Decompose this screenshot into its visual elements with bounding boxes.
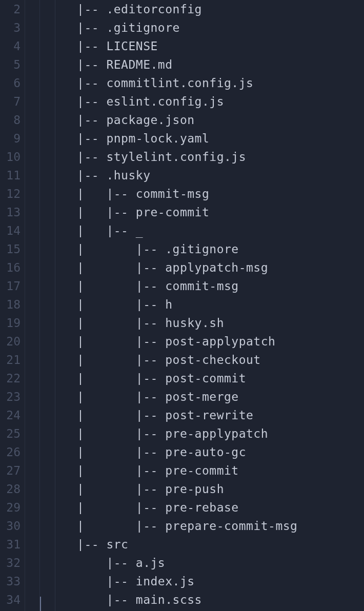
code-content: |-- .editorconfig |-- .gitignore |-- LIC… [40,0,364,609]
code-line[interactable]: | |-- pre-auto-gc [40,443,364,461]
code-line[interactable]: |-- pnpm-lock.yaml [40,129,364,148]
code-line[interactable]: | |-- pre-commit [40,203,364,221]
line-number: 3 [0,18,21,37]
code-line[interactable]: | |-- .gitignore [40,240,364,258]
code-line[interactable]: |-- package.json [40,111,364,129]
code-line[interactable]: | |-- husky.sh [40,314,364,332]
code-line[interactable]: | |-- prepare-commit-msg [40,517,364,535]
code-line[interactable]: |-- src [40,535,364,554]
code-line[interactable]: | |-- post-merge [40,388,364,406]
code-line[interactable]: |-- LICENSE [40,37,364,55]
code-line[interactable]: | |-- h [40,295,364,314]
code-line[interactable]: | |-- pre-rebase [40,498,364,517]
line-number: 2 [0,0,21,18]
code-line[interactable]: |-- .husky [40,166,364,185]
code-line[interactable]: | |-- post-applypatch [40,332,364,351]
line-number: 14 [0,221,21,240]
line-number: 31 [0,535,21,554]
editor-area[interactable]: |-- .editorconfig |-- .gitignore |-- LIC… [40,0,364,611]
line-number: 19 [0,314,21,332]
line-number: 18 [0,295,21,314]
line-number: 8 [0,111,21,129]
line-number: 13 [0,203,21,221]
line-number-gutter: 2345678910111213141516171819202122232425… [0,0,25,611]
code-line[interactable]: | |-- applypatch-msg [40,258,364,277]
code-line[interactable]: | |-- pre-push [40,480,364,498]
line-number: 17 [0,277,21,295]
code-line[interactable]: |-- .editorconfig [40,0,364,18]
line-number: 5 [0,55,21,74]
code-line[interactable]: | |-- post-commit [40,369,364,388]
line-number: 9 [0,129,21,148]
code-line[interactable]: | |-- commit-msg [40,277,364,295]
line-number: 23 [0,388,21,406]
line-number: 15 [0,240,21,258]
line-number: 24 [0,406,21,424]
line-number: 12 [0,185,21,203]
line-number: 30 [0,517,21,535]
line-number: 20 [0,332,21,351]
line-number: 11 [0,166,21,185]
code-line[interactable]: |-- .gitignore [40,18,364,37]
line-number: 6 [0,74,21,92]
code-line[interactable]: |-- index.js [40,572,364,590]
line-number: 34 [0,590,21,609]
line-number: 25 [0,424,21,443]
code-line[interactable]: | |-- commit-msg [40,185,364,203]
line-number: 16 [0,258,21,277]
fold-column [25,0,40,611]
code-line[interactable]: |-- main.scss [40,590,364,609]
code-line[interactable]: | |-- _ [40,221,364,240]
line-number: 27 [0,461,21,480]
code-line[interactable]: | |-- post-checkout [40,351,364,369]
line-number: 7 [0,92,21,111]
code-line[interactable]: | |-- pre-commit [40,461,364,480]
code-line[interactable]: | |-- pre-applypatch [40,424,364,443]
line-number: 22 [0,369,21,388]
line-number: 29 [0,498,21,517]
line-number: 32 [0,554,21,572]
line-number: 28 [0,480,21,498]
text-cursor [40,597,41,611]
line-number: 10 [0,148,21,166]
code-line[interactable]: |-- commitlint.config.js [40,74,364,92]
line-number: 21 [0,351,21,369]
code-line[interactable]: | |-- post-rewrite [40,406,364,424]
code-line[interactable]: |-- a.js [40,554,364,572]
line-number: 33 [0,572,21,590]
line-number: 4 [0,37,21,55]
code-line[interactable]: |-- eslint.config.js [40,92,364,111]
line-number: 26 [0,443,21,461]
code-line[interactable]: |-- README.md [40,55,364,74]
code-line[interactable]: |-- stylelint.config.js [40,148,364,166]
